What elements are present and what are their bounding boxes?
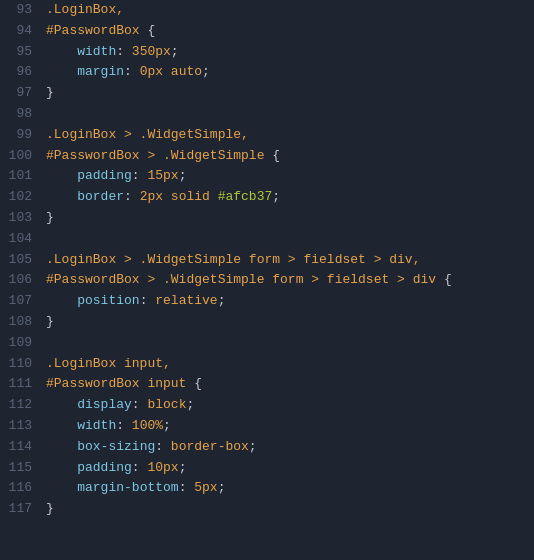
token-plain: : bbox=[132, 168, 148, 183]
token-brace: } bbox=[46, 501, 54, 516]
token-brace: { bbox=[194, 376, 202, 391]
token-property: margin-bottom bbox=[77, 480, 178, 495]
token-plain: : bbox=[140, 293, 156, 308]
token-value: 350px bbox=[132, 44, 171, 59]
token-plain bbox=[46, 293, 77, 308]
line-number: 107 bbox=[8, 291, 32, 312]
token-selector: .LoginBox > .WidgetSimple form > fieldse… bbox=[46, 252, 420, 267]
token-plain: : bbox=[124, 189, 140, 204]
line-number: 110 bbox=[8, 354, 32, 375]
token-plain: ; bbox=[186, 397, 194, 412]
code-content: .LoginBox,#PasswordBox { width: 350px; m… bbox=[42, 0, 534, 560]
line-number: 117 bbox=[8, 499, 32, 520]
token-property: box-sizing bbox=[77, 439, 155, 454]
line-number: 112 bbox=[8, 395, 32, 416]
line-number: 106 bbox=[8, 270, 32, 291]
token-value: 2px solid bbox=[140, 189, 218, 204]
token-value: 5px bbox=[194, 480, 217, 495]
token-property: position bbox=[77, 293, 139, 308]
token-plain: : bbox=[155, 439, 171, 454]
line-number: 113 bbox=[8, 416, 32, 437]
token-plain: : bbox=[116, 44, 132, 59]
token-plain: ; bbox=[249, 439, 257, 454]
token-plain bbox=[46, 64, 77, 79]
token-value-color: #afcb37 bbox=[218, 189, 273, 204]
token-selector: .LoginBox input, bbox=[46, 356, 171, 371]
line-number: 95 bbox=[8, 42, 32, 63]
token-selector-id: #PasswordBox > .WidgetSimple form > fiel… bbox=[46, 272, 444, 287]
token-plain bbox=[46, 418, 77, 433]
token-plain bbox=[46, 189, 77, 204]
line-number: 100 bbox=[8, 146, 32, 167]
line-number: 115 bbox=[8, 458, 32, 479]
line-number: 111 bbox=[8, 374, 32, 395]
token-plain: : bbox=[124, 64, 140, 79]
token-selector-id: #PasswordBox bbox=[46, 23, 147, 38]
line-number: 101 bbox=[8, 166, 32, 187]
line-number: 93 bbox=[8, 0, 32, 21]
line-number: 109 bbox=[8, 333, 32, 354]
token-property: display bbox=[77, 397, 132, 412]
token-plain bbox=[46, 439, 77, 454]
token-value: 15px bbox=[147, 168, 178, 183]
token-plain: : bbox=[132, 397, 148, 412]
token-brace: { bbox=[147, 23, 155, 38]
line-number: 116 bbox=[8, 478, 32, 499]
token-plain: : bbox=[179, 480, 195, 495]
line-number: 104 bbox=[8, 229, 32, 250]
token-brace: } bbox=[46, 85, 54, 100]
token-property: margin bbox=[77, 64, 124, 79]
token-plain bbox=[46, 480, 77, 495]
token-brace: } bbox=[46, 210, 54, 225]
token-plain: : bbox=[116, 418, 132, 433]
token-property: padding bbox=[77, 460, 132, 475]
line-number: 94 bbox=[8, 21, 32, 42]
token-plain: ; bbox=[171, 44, 179, 59]
token-brace: { bbox=[444, 272, 452, 287]
token-selector: .LoginBox > .WidgetSimple, bbox=[46, 127, 249, 142]
line-number: 97 bbox=[8, 83, 32, 104]
token-plain bbox=[46, 44, 77, 59]
token-selector: .LoginBox, bbox=[46, 2, 124, 17]
line-number: 99 bbox=[8, 125, 32, 146]
token-plain bbox=[46, 168, 77, 183]
token-property: border bbox=[77, 189, 124, 204]
token-value: 100% bbox=[132, 418, 163, 433]
line-number: 103 bbox=[8, 208, 32, 229]
token-plain: ; bbox=[179, 460, 187, 475]
token-brace: } bbox=[46, 314, 54, 329]
line-number: 98 bbox=[8, 104, 32, 125]
line-number: 102 bbox=[8, 187, 32, 208]
token-selector-id: #PasswordBox input bbox=[46, 376, 194, 391]
token-selector-id: #PasswordBox > .WidgetSimple bbox=[46, 148, 272, 163]
line-number: 114 bbox=[8, 437, 32, 458]
token-plain bbox=[46, 460, 77, 475]
token-property: padding bbox=[77, 168, 132, 183]
token-plain: ; bbox=[179, 168, 187, 183]
line-number: 108 bbox=[8, 312, 32, 333]
line-number: 105 bbox=[8, 250, 32, 271]
token-value: 0px auto bbox=[140, 64, 202, 79]
token-plain: : bbox=[132, 460, 148, 475]
token-value: relative bbox=[155, 293, 217, 308]
token-brace: { bbox=[272, 148, 280, 163]
token-value: block bbox=[147, 397, 186, 412]
token-property: width bbox=[77, 44, 116, 59]
line-number: 96 bbox=[8, 62, 32, 83]
line-numbers: 9394959697989910010110210310410510610710… bbox=[0, 0, 42, 560]
token-plain: ; bbox=[163, 418, 171, 433]
token-plain: ; bbox=[218, 293, 226, 308]
token-value: border-box bbox=[171, 439, 249, 454]
token-plain bbox=[46, 397, 77, 412]
token-plain: ; bbox=[202, 64, 210, 79]
code-editor: 9394959697989910010110210310410510610710… bbox=[0, 0, 534, 560]
token-value: 10px bbox=[147, 460, 178, 475]
token-plain: ; bbox=[218, 480, 226, 495]
token-property: width bbox=[77, 418, 116, 433]
token-plain: ; bbox=[272, 189, 280, 204]
